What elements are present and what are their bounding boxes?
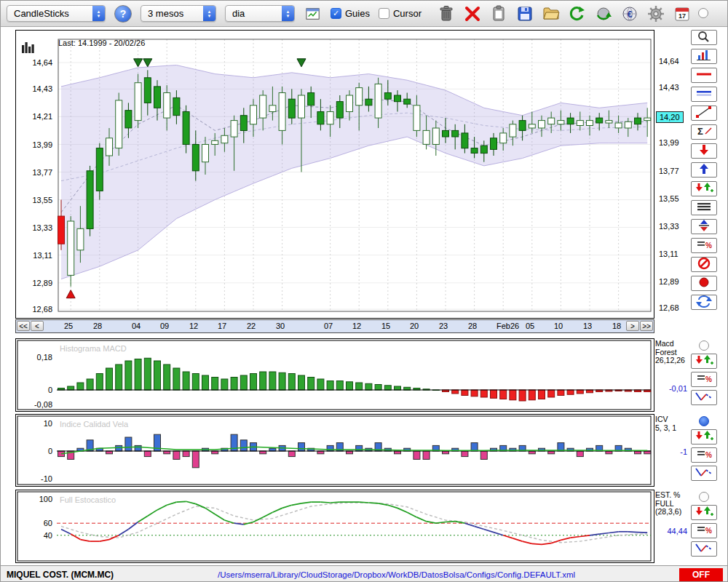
stoch-k-line: [599, 533, 609, 535]
record-button[interactable]: [691, 276, 717, 291]
indicator-select-radio[interactable]: [699, 340, 709, 351]
chart-type-value: CandleSticks: [14, 8, 87, 19]
percent-button[interactable]: %: [691, 372, 717, 387]
zoom-button[interactable]: [691, 30, 717, 45]
wave-button[interactable]: [691, 541, 717, 557]
arrow-up-button[interactable]: [691, 162, 717, 178]
price-label: 12,68: [659, 303, 679, 312]
macd-panel[interactable]: Histograma MACD0,180-0,08: [15, 338, 654, 412]
guies-checkbox[interactable]: ✓ Guies: [331, 8, 370, 19]
indicators-button[interactable]: [691, 49, 717, 64]
panel-title: Histograma MACD: [60, 344, 127, 353]
candle: [202, 145, 209, 162]
red-line-icon: [693, 68, 715, 84]
stoch-k-line: [503, 535, 513, 538]
list-icon: [693, 200, 715, 216]
save-icon[interactable]: [516, 4, 534, 23]
indicator-select-radio[interactable]: [699, 416, 709, 426]
candle: [414, 105, 420, 131]
settings-icon[interactable]: [647, 4, 665, 23]
stochastic-panel[interactable]: Full Estocastico1006040: [15, 490, 654, 563]
signals-button[interactable]: [691, 429, 717, 445]
stoch-k-line: [331, 502, 340, 503]
arrow-down-button[interactable]: [691, 143, 717, 159]
download-icon[interactable]: [595, 4, 613, 23]
paste-icon[interactable]: [490, 4, 508, 23]
prev-button[interactable]: <: [31, 321, 44, 331]
refresh-icon[interactable]: [569, 4, 587, 23]
web-euro-icon[interactable]: €: [621, 4, 639, 23]
candle: [327, 112, 333, 124]
range-button[interactable]: [691, 219, 717, 234]
indicator-select-radio[interactable]: [699, 492, 709, 502]
chevron-updown-icon: ▲▼: [92, 6, 105, 21]
window-radio[interactable]: [698, 8, 708, 18]
help-label: ?: [120, 8, 127, 20]
status-bar: MIQUEL COST. (MCM.MC) /Users/mserra/Libr…: [1, 565, 728, 582]
price-label: 13,77: [32, 168, 52, 177]
candle: [432, 128, 439, 145]
x-tick-label: 12: [352, 322, 361, 330]
main-price-chart[interactable]: 14,6414,4314,2113,9913,7713,5513,3313,11…: [15, 30, 654, 319]
signals-icon: [693, 505, 715, 521]
panel-title: Full Estocastico: [60, 495, 116, 504]
candle: [58, 216, 65, 244]
x-tick-label: 10: [554, 322, 563, 330]
signals-button[interactable]: [691, 181, 717, 196]
sum-button[interactable]: Σ: [691, 124, 717, 140]
stoch-k-line: [61, 530, 71, 535]
percent-icon: %: [693, 372, 715, 388]
config-path-link[interactable]: /Users/mserra/Library/CloudStorage/Dropb…: [119, 570, 673, 579]
candle: [644, 118, 651, 121]
help-button[interactable]: ?: [114, 5, 132, 23]
list-button[interactable]: [691, 200, 717, 215]
price-label: 13,33: [32, 223, 52, 232]
last-page-button[interactable]: >>: [640, 321, 653, 331]
first-page-button[interactable]: <<: [17, 321, 30, 331]
candle: [68, 221, 74, 275]
signals-icon: [693, 354, 715, 370]
scale-label: -10: [41, 474, 52, 483]
right-price-axis: 14,6414,4313,9913,7713,5513,3313,1112,89…: [655, 30, 689, 319]
stoch-k-line: [446, 522, 455, 522]
stoch-k-line: [475, 526, 484, 529]
percent-button[interactable]: %: [691, 238, 717, 253]
percent-button[interactable]: %: [691, 447, 717, 463]
chart-grid-icon[interactable]: [304, 4, 322, 23]
svg-text:%: %: [705, 375, 712, 383]
checkbox-checked-icon: ✓: [331, 8, 341, 19]
indicator-value: -0,01: [654, 384, 687, 393]
icv-panel[interactable]: Indice Calidad Vela100-10: [15, 414, 654, 487]
period-select[interactable]: 3 mesos ▲▼: [141, 5, 216, 22]
candle: [125, 111, 132, 128]
interval-select[interactable]: dia ▲▼: [225, 5, 295, 22]
wave-button[interactable]: [691, 390, 717, 405]
candle: [240, 116, 247, 131]
forbid-button[interactable]: [691, 257, 717, 272]
last-price-tag: 14,20: [656, 111, 684, 123]
candle: [519, 121, 526, 131]
delete-icon[interactable]: [464, 4, 482, 23]
price-label: 13,11: [659, 250, 678, 258]
trash-icon[interactable]: [438, 4, 456, 23]
percent-button[interactable]: %: [691, 523, 717, 538]
candle: [135, 83, 141, 121]
candle: [269, 105, 276, 112]
next-button[interactable]: >: [626, 321, 639, 331]
off-badge: OFF: [679, 568, 723, 581]
calendar-icon[interactable]: 17: [673, 4, 692, 23]
wave-button[interactable]: [691, 466, 717, 481]
signals-button[interactable]: [691, 354, 717, 369]
trend-line-button[interactable]: [691, 105, 717, 121]
candle: [635, 118, 641, 124]
signals-button[interactable]: [691, 505, 717, 520]
stoch-k-line: [542, 543, 551, 545]
cursor-label: Cursor: [393, 8, 422, 19]
blue-line-button[interactable]: [691, 87, 717, 102]
candle: [365, 99, 372, 105]
red-line-button[interactable]: [691, 68, 717, 83]
cursor-checkbox[interactable]: Cursor: [379, 8, 422, 19]
sync-button[interactable]: [691, 295, 717, 310]
chart-type-select[interactable]: CandleSticks ▲▼: [7, 5, 106, 22]
open-folder-icon[interactable]: [542, 4, 561, 23]
